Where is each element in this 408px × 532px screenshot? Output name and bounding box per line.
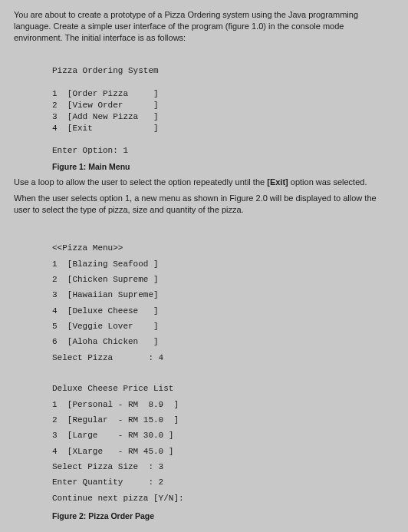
intro-paragraph: You are about to create a prototype of a… [14,9,394,44]
exit-bold: [Exit] [267,177,288,187]
price-2: 2 [Regular - RM 15.0 ] [52,415,179,425]
main-menu-prompt: Enter Option: 1 [52,146,128,155]
main-menu-option-4: 4 [Exit ] [52,124,159,133]
option1-paragraph: When the user selects option 1, a new me… [14,193,394,216]
pizza-item-4: 4 [Deluxe Cheese ] [52,306,159,316]
pizza-menu-title: <<Pizza Menu>> [52,243,123,253]
main-menu-option-1: 1 [Order Pizza ] [52,89,159,98]
select-size-prompt: Select Pizza Size : 3 [52,462,163,471]
price-list-title: Deluxe Cheese Price List [52,384,173,393]
pizza-item-5: 5 [Veggie Lover ] [52,322,159,331]
price-1: 1 [Personal - RM 8.9 ] [52,400,179,409]
figure-2-caption: Figure 2: Pizza Order Page [52,511,394,521]
loop-paragraph: Use a loop to allow the user to select t… [14,177,394,188]
pizza-menu-block: <<Pizza Menu>> 1 [Blazing Seafood ] 2 [C… [52,225,394,506]
loop-text-a: Use a loop to allow the user to select t… [14,177,267,187]
figure-1-caption: Figure 1: Main Menu [52,161,394,172]
pizza-item-1: 1 [Blazing Seafood ] [52,259,159,269]
loop-text-c: option was selected. [288,177,367,187]
price-4: 4 [XLarge - RM 45.0 ] [52,447,173,456]
pizza-item-3: 3 [Hawaiian Supreme] [52,290,159,299]
main-menu-option-3: 3 [Add New Pizza ] [52,112,159,121]
pizza-item-2: 2 [Chicken Supreme ] [52,275,159,284]
main-menu-title: Pizza Ordering System [52,66,159,75]
main-menu-option-2: 2 [View Order ] [52,101,159,110]
quantity-prompt: Enter Quantity : 2 [52,477,163,487]
continue-prompt: Continue next pizza [Y/N]: [52,494,184,503]
price-3: 3 [Large - RM 30.0 ] [52,431,173,440]
pizza-item-6: 6 [Aloha Chicken ] [52,337,159,346]
select-pizza-prompt: Select Pizza : 4 [52,353,163,362]
main-menu-block: Pizza Ordering System 1 [Order Pizza ] 2… [52,55,394,157]
